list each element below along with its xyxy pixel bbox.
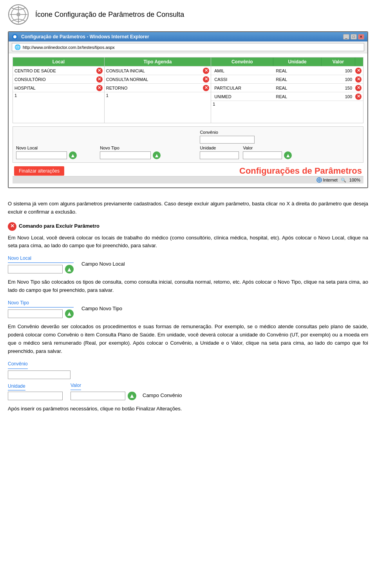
tipo-row-1: CONSULTA INICIAL ✕ — [105, 66, 211, 75]
remove-tipo-1-button[interactable]: ✕ — [203, 68, 209, 74]
novo-tipo-input-row: ▲ — [100, 151, 196, 159]
status-bar: Internet 🔍 100% — [13, 176, 363, 183]
campo-convenio-label: Campo Convênio — [143, 392, 182, 400]
excluir-x-icon: ✕ — [8, 222, 16, 231]
novo-local-demo-input-row: ▲ — [8, 265, 74, 273]
remove-tipo-3-button[interactable]: ✕ — [203, 85, 209, 91]
doc-para-3: Em Novo Tipo são colocados os tipos de c… — [8, 278, 368, 295]
svg-point-4 — [13, 35, 16, 38]
novo-local-demo: Novo Local ▲ — [8, 255, 74, 273]
svg-point-2 — [16, 13, 20, 16]
novo-tipo-demo-input — [8, 309, 63, 318]
logo-icon — [8, 4, 29, 25]
convenio-input[interactable] — [200, 136, 255, 144]
add-convenio-button[interactable]: ▲ — [284, 151, 292, 159]
unidade-demo-group: Unidade — [8, 382, 63, 400]
unidade-demo-input-wrapper — [8, 392, 63, 400]
campo-novo-tipo-label: Campo Novo Tipo — [81, 305, 122, 313]
remove-local-1-button[interactable]: ✕ — [96, 68, 103, 74]
internet-icon — [316, 177, 322, 183]
close-button[interactable]: ✕ — [358, 34, 364, 40]
finalize-button[interactable]: Finalizar alterações — [14, 166, 64, 176]
unidade-input[interactable] — [200, 151, 239, 159]
valor-demo-label: Valor — [70, 382, 81, 390]
novo-tipo-form: Novo Tipo ▲ — [100, 146, 196, 159]
convenio-input-label: Convênio — [200, 130, 255, 135]
internet-label: Internet — [323, 178, 338, 182]
unidade-demo-input — [8, 392, 63, 400]
conv-illustration: Convênio Unidade Valor ▲ — [8, 360, 368, 400]
valor-demo-input-row: ▲ Campo Convênio — [70, 392, 182, 400]
valor-input-group: Valor ▲ — [243, 146, 292, 159]
novo-local-demo-add-icon: ▲ — [65, 265, 74, 273]
convenio-section: Convênio Unidade Valor AMIL REAL 100 ✕ C… — [211, 58, 363, 123]
novo-tipo-input[interactable] — [100, 151, 151, 159]
doc-para-1: O sistema já vem com alguns parâmetros p… — [8, 200, 368, 216]
page-header: Ícone Configuração de Parâmetros de Cons… — [8, 4, 368, 25]
add-tipo-button[interactable]: ▲ — [153, 151, 161, 159]
conv-row-2: CASSI REAL 100 ✕ — [211, 75, 363, 83]
unidade-input-group: Unidade — [200, 146, 239, 159]
conv-row-1: AMIL REAL 100 ✕ — [211, 66, 363, 75]
conv-row-3: PARTICULAR REAL 150 ✕ — [211, 83, 363, 92]
local-counter: 1 — [13, 92, 104, 99]
doc-para-2: Em Novo Local, você deverá colocar os lo… — [8, 234, 368, 250]
tipo-counter: 1 — [105, 92, 211, 99]
tipo-row-2: CONSULTA NORMAL ✕ — [105, 75, 211, 83]
conv-demo-input-wrapper — [8, 370, 368, 379]
browser-controls: _ □ ✕ — [343, 34, 364, 40]
excluir-heading: Comando para Excluir Parâmetro — [19, 222, 99, 230]
novo-tipo-demo-label: Novo Tipo — [8, 299, 74, 307]
novo-local-illustration: Novo Local ▲ Campo Novo Local — [8, 255, 368, 273]
maximize-button[interactable]: □ — [351, 34, 357, 40]
conv-header: Convênio — [211, 58, 273, 66]
valor-demo-add-icon: ▲ — [128, 392, 136, 400]
conv-counter: 1 — [211, 101, 363, 107]
local-section: Local CENTRO DE SAÚDE ✕ CONSULTÓRIO ✕ HO… — [13, 58, 105, 123]
convenio-sub-headers: Convênio Unidade Valor — [211, 58, 363, 66]
url-text: http://www.onlinedoctor.com.br/testes/ti… — [23, 45, 115, 50]
remove-local-2-button[interactable]: ✕ — [96, 76, 103, 83]
remove-local-3-button[interactable]: ✕ — [96, 85, 103, 91]
zoom-label: 🔍 — [341, 178, 346, 183]
novo-local-input-row: ▲ — [16, 151, 96, 159]
campo-novo-local-label: Campo Novo Local — [81, 260, 125, 268]
minimize-button[interactable]: _ — [343, 34, 349, 40]
conv-row-4: UNIMED REAL 100 ✕ — [211, 92, 363, 101]
remove-conv-3-button[interactable]: ✕ — [355, 85, 362, 91]
valor-input[interactable] — [243, 151, 282, 159]
conv-demo-input — [8, 370, 70, 379]
remove-conv-2-button[interactable]: ✕ — [355, 76, 362, 83]
convenio-input-row: Convênio — [200, 130, 360, 144]
novo-local-demo-input — [8, 265, 63, 273]
conv-demo-group: Convênio — [8, 360, 368, 379]
remove-tipo-2-button[interactable]: ✕ — [203, 76, 209, 83]
tipo-section: Tipo Agenda CONSULTA INICIAL ✕ CONSULTA … — [105, 58, 211, 123]
tipo-header: Tipo Agenda — [105, 58, 211, 66]
valor-input-row: ▲ — [243, 151, 292, 159]
valor-header: Valor — [322, 58, 355, 66]
address-bar[interactable]: 🌐 http://www.onlinedoctor.com.br/testes/… — [12, 43, 364, 51]
novo-tipo-demo: Novo Tipo ▲ — [8, 299, 74, 318]
browser-window: Configuração de Parâmetros - Windows Int… — [8, 31, 368, 188]
valor-input-label: Valor — [243, 146, 292, 150]
doc-body: O sistema já vem com alguns parâmetros p… — [8, 196, 368, 421]
remove-conv-1-button[interactable]: ✕ — [355, 68, 362, 74]
novo-local-label: Novo Local — [16, 146, 96, 150]
zoom-level: 100% — [349, 178, 360, 182]
novo-local-input[interactable] — [16, 151, 67, 159]
conv-input-group: Convênio — [200, 130, 255, 144]
add-local-button[interactable]: ▲ — [69, 151, 77, 159]
browser-title: Configuração de Parâmetros - Windows Int… — [21, 34, 149, 40]
novo-tipo-demo-input-row: ▲ — [8, 309, 74, 318]
local-row-2: CONSULTÓRIO ✕ — [13, 75, 104, 83]
doc-para-4: Em Convênio deverão ser colocados os pro… — [8, 323, 368, 355]
novo-tipo-label: Novo Tipo — [100, 146, 196, 150]
valor-demo-group: Valor ▲ Campo Convênio — [70, 381, 182, 400]
novo-tipo-illustration: Novo Tipo ▲ Campo Novo Tipo — [8, 299, 368, 318]
browser-titlebar: Configuração de Parâmetros - Windows Int… — [9, 32, 367, 41]
browser-content: Local CENTRO DE SAÚDE ✕ CONSULTÓRIO ✕ HO… — [9, 53, 367, 187]
remove-conv-4-button[interactable]: ✕ — [355, 94, 362, 100]
params-grid: Local CENTRO DE SAÚDE ✕ CONSULTÓRIO ✕ HO… — [13, 57, 363, 123]
local-row-1: CENTRO DE SAÚDE ✕ — [13, 66, 104, 75]
